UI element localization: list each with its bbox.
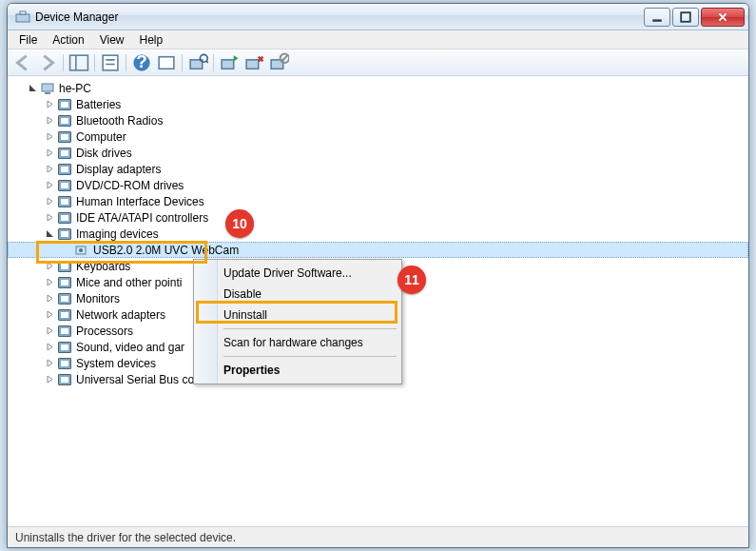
- device-manager-window: Device Manager File Action View Help ? h…: [7, 3, 749, 548]
- ctx-update-driver[interactable]: Update Driver Software...: [197, 263, 398, 284]
- update-driver-button[interactable]: [218, 52, 241, 73]
- tree-node-label: Monitors: [76, 292, 120, 305]
- toolbar-separator: [63, 54, 64, 71]
- tree-root-node[interactable]: he-PC: [8, 80, 748, 96]
- caret-icon[interactable]: [42, 275, 57, 290]
- tree-category-node[interactable]: Human Interface Devices: [8, 193, 748, 209]
- svg-text:?: ?: [136, 52, 147, 71]
- svg-rect-15: [222, 59, 234, 68]
- svg-rect-21: [45, 92, 50, 94]
- device-category-icon: [57, 275, 72, 290]
- tree-node-label: IDE ATA/ATAPI controllers: [76, 211, 208, 225]
- toolbar-separator: [213, 54, 214, 71]
- uninstall-button[interactable]: [242, 52, 265, 73]
- device-category-icon: [57, 226, 72, 242]
- minimize-button[interactable]: [644, 8, 670, 27]
- caret-icon[interactable]: [42, 178, 57, 193]
- caret-icon[interactable]: [42, 291, 57, 306]
- svg-rect-3: [681, 12, 690, 22]
- disable-button[interactable]: [267, 52, 290, 73]
- caret-icon[interactable]: [42, 356, 57, 371]
- tree-node-label: Display adapters: [76, 163, 161, 176]
- maximize-button[interactable]: [672, 8, 699, 27]
- svg-point-23: [79, 248, 83, 252]
- tree-node-label: USB2.0 2.0M UVC WebCam: [93, 244, 239, 257]
- tree-node-label: Processors: [76, 325, 133, 338]
- tree-node-label: Batteries: [76, 98, 121, 111]
- menu-action[interactable]: Action: [45, 31, 91, 49]
- ctx-item-label: Disable: [223, 287, 262, 301]
- menubar: File Action View Help: [8, 30, 748, 49]
- ctx-item-label: Scan for hardware changes: [223, 336, 363, 349]
- titlebar[interactable]: Device Manager: [8, 4, 748, 30]
- close-button[interactable]: [701, 8, 745, 27]
- app-icon: [15, 10, 30, 25]
- caret-icon[interactable]: [42, 324, 57, 339]
- tree-category-node[interactable]: DVD/CD-ROM drives: [8, 177, 748, 193]
- tree-category-node[interactable]: Display adapters: [8, 161, 748, 177]
- toolbar-separator: [126, 54, 126, 71]
- statusbar: Uninstalls the driver for the selected d…: [8, 526, 748, 547]
- tree-category-node[interactable]: Computer: [8, 128, 748, 145]
- computer-icon: [40, 81, 55, 96]
- caret-icon[interactable]: [42, 162, 57, 177]
- tree-node-label: Keyboards: [76, 260, 130, 273]
- caret-icon[interactable]: [42, 97, 57, 112]
- caret-icon[interactable]: [42, 146, 57, 161]
- device-tree[interactable]: he-PCBatteriesBluetooth RadiosComputerDi…: [8, 76, 748, 526]
- properties-button[interactable]: [99, 52, 122, 73]
- caret-icon[interactable]: [42, 129, 57, 145]
- device-category-icon: [57, 259, 72, 274]
- ctx-separator: [223, 356, 397, 357]
- help-button[interactable]: ?: [130, 52, 153, 73]
- device-category-icon: [57, 113, 72, 128]
- toolbar-separator: [182, 54, 183, 71]
- tree-node-label: Imaging devices: [76, 227, 159, 241]
- caret-icon[interactable]: [42, 307, 57, 323]
- tree-category-node[interactable]: Disk drives: [8, 145, 748, 161]
- svg-rect-0: [16, 14, 29, 22]
- device-category-icon: [57, 178, 72, 193]
- show-hide-tree-button[interactable]: [68, 52, 90, 73]
- svg-rect-4: [70, 55, 88, 70]
- device-category-icon: [57, 129, 72, 145]
- action-button[interactable]: [155, 52, 178, 73]
- ctx-properties[interactable]: Properties: [197, 360, 398, 381]
- caret-icon[interactable]: [42, 340, 57, 355]
- menu-file[interactable]: File: [11, 31, 45, 49]
- svg-line-19: [281, 55, 287, 61]
- menu-view[interactable]: View: [92, 31, 132, 49]
- tree-node-label: Human Interface Devices: [76, 195, 204, 208]
- caret-icon[interactable]: [42, 259, 57, 274]
- back-button[interactable]: [11, 52, 34, 73]
- tree-category-node[interactable]: IDE ATA/ATAPI controllers: [8, 209, 748, 226]
- ctx-scan-hardware[interactable]: Scan for hardware changes: [197, 332, 398, 353]
- caret-icon[interactable]: [42, 194, 57, 209]
- tree-category-node[interactable]: Batteries: [8, 96, 748, 112]
- caret-icon[interactable]: [25, 81, 40, 96]
- tree-category-node[interactable]: Bluetooth Radios: [8, 112, 748, 128]
- scan-hardware-button[interactable]: [186, 52, 209, 73]
- device-category-icon: [57, 210, 72, 226]
- tree-node-label: he-PC: [59, 82, 91, 95]
- caret-icon[interactable]: [42, 210, 57, 226]
- svg-line-14: [206, 60, 208, 62]
- device-category-icon: [57, 372, 72, 387]
- webcam-icon: [74, 243, 89, 258]
- device-category-icon: [57, 340, 72, 355]
- tree-category-node[interactable]: Imaging devices: [8, 226, 748, 242]
- device-category-icon: [57, 324, 72, 339]
- forward-button[interactable]: [36, 52, 59, 73]
- toolbar: ?: [8, 49, 748, 76]
- ctx-separator: [223, 328, 397, 329]
- caret-icon[interactable]: [42, 113, 57, 128]
- menu-help[interactable]: Help: [132, 31, 171, 49]
- ctx-disable[interactable]: Disable: [197, 284, 398, 305]
- status-text: Uninstalls the driver for the selected d…: [15, 531, 236, 544]
- ctx-uninstall[interactable]: Uninstall: [197, 305, 398, 325]
- device-category-icon: [57, 356, 72, 371]
- caret-icon[interactable]: [42, 372, 57, 387]
- caret-icon[interactable]: [42, 226, 57, 242]
- tree-device-node[interactable]: USB2.0 2.0M UVC WebCam: [8, 242, 748, 258]
- ctx-item-label: Uninstall: [223, 308, 267, 322]
